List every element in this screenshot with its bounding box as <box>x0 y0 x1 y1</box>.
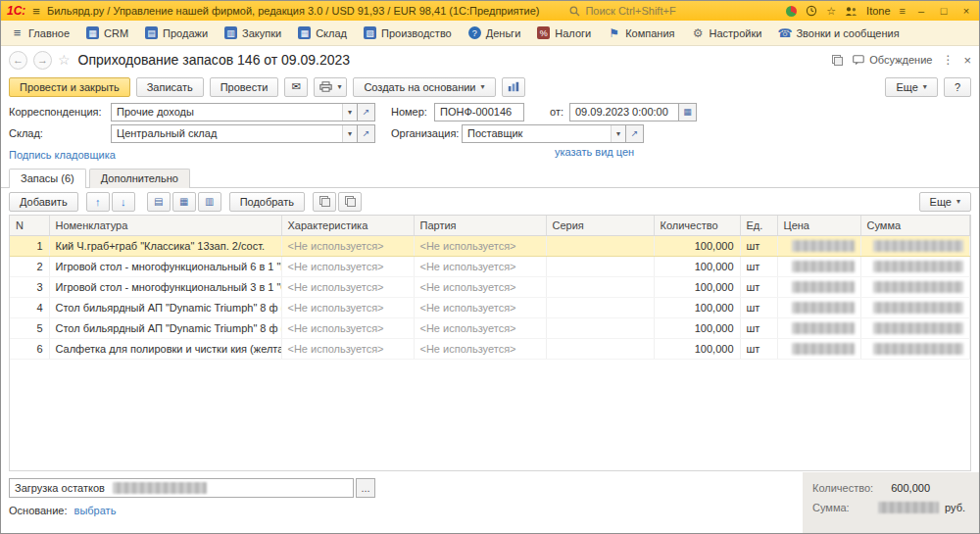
cell-sum[interactable] <box>860 338 970 359</box>
table-row[interactable]: 3 Игровой стол - многофункциональный 3 в… <box>10 276 970 297</box>
table-row[interactable]: 5 Стол бильярдный АП "Dynamic Triumph" 8… <box>10 317 970 338</box>
browse-button[interactable]: ... <box>356 478 375 498</box>
reports-button[interactable] <box>502 77 525 97</box>
storekeeper-signature-link[interactable]: Подпись кладовщика <box>9 149 116 161</box>
chevron-down-icon[interactable]: ▾ <box>611 125 625 142</box>
calendar-icon[interactable]: ▦ <box>679 103 697 121</box>
number-field[interactable]: ПОНФ-000146 <box>434 103 524 121</box>
cell-item[interactable]: Кий Ч.граб+граб "Классика" 13зап. 2/сост… <box>49 235 281 256</box>
current-user-label[interactable]: Itone <box>866 5 890 17</box>
more-actions-icon[interactable]: ⋮ <box>942 53 954 67</box>
cell-characteristic[interactable]: <Не используется> <box>281 297 414 317</box>
cell-item[interactable]: Игровой стол - многофункциональный 3 в 1… <box>49 276 281 297</box>
menu-item-production[interactable]: ▧Производство <box>364 26 452 39</box>
cell-batch[interactable]: <Не используется> <box>414 297 546 317</box>
cell-quantity[interactable]: 100,000 <box>654 276 740 297</box>
paste-rows-button[interactable] <box>338 192 362 212</box>
copy-link-icon[interactable] <box>832 55 843 66</box>
favorites-star-icon[interactable]: ☆ <box>826 6 836 17</box>
forward-button[interactable]: → <box>33 51 52 70</box>
pick-items-button[interactable]: Подобрать <box>229 192 305 212</box>
cell-characteristic[interactable]: <Не используется> <box>281 338 414 359</box>
col-nomenclature[interactable]: Номенклатура <box>49 216 281 235</box>
cell-unit[interactable]: шт <box>740 338 777 359</box>
cell-unit[interactable]: шт <box>740 317 777 338</box>
cell-price[interactable] <box>777 256 860 276</box>
cell-price[interactable] <box>777 297 860 317</box>
user-sessions-icon[interactable] <box>845 6 858 17</box>
col-quantity[interactable]: Количество <box>654 216 740 235</box>
col-sum[interactable]: Сумма <box>860 216 970 235</box>
cell-unit[interactable]: шт <box>740 256 777 276</box>
table-row[interactable]: 2 Игровой стол - многофункциональный 6 в… <box>10 256 970 276</box>
load-remainders-field[interactable]: Загрузка остатков <box>9 478 354 498</box>
cell-characteristic[interactable]: <Не используется> <box>281 276 414 297</box>
user-menu-icon[interactable]: ≡ <box>900 6 906 17</box>
history-clock-icon[interactable] <box>806 5 817 17</box>
open-warehouse-button[interactable]: ↗ <box>358 124 375 143</box>
post-and-close-button[interactable]: Провести и закрыть <box>9 77 130 97</box>
cell-sum[interactable] <box>860 297 970 317</box>
copy-rows-button[interactable] <box>313 192 336 212</box>
cell-series[interactable] <box>546 338 654 359</box>
menu-item-warehouse[interactable]: ▦Склад <box>298 26 347 39</box>
cell-series[interactable] <box>546 276 654 297</box>
help-button[interactable]: ? <box>944 77 971 97</box>
main-menu-icon[interactable]: ≡ <box>32 5 40 18</box>
cell-series[interactable] <box>546 235 654 256</box>
post-button[interactable]: Провести <box>210 77 279 97</box>
fill-button-3[interactable]: ▥ <box>198 192 221 212</box>
cell-item[interactable]: Стол бильярдный АП "Dynamic Triumph" 8 ф… <box>49 317 281 338</box>
minimize-button[interactable]: – <box>914 5 928 17</box>
menu-item-calls[interactable]: ☎Звонки и сообщения <box>778 26 899 39</box>
cell-characteristic[interactable]: <Не используется> <box>281 317 414 338</box>
global-search-input[interactable]: Поиск Ctrl+Shift+F <box>569 5 756 17</box>
cell-item[interactable]: Стол бильярдный АП "Dynamic Triumph" 8 ф… <box>49 297 281 317</box>
close-window-button[interactable]: × <box>959 5 973 17</box>
fill-button-2[interactable]: ▦ <box>172 192 196 212</box>
cell-price[interactable] <box>777 338 860 359</box>
warehouse-field[interactable]: Центральный склад ▾ <box>111 124 358 143</box>
cell-sum[interactable] <box>860 276 970 297</box>
tab-inventory[interactable]: Запасы (6) <box>9 169 86 188</box>
col-n[interactable]: N <box>10 216 49 235</box>
menu-item-crm[interactable]: ▦CRM <box>86 26 128 39</box>
move-down-button[interactable]: ↓ <box>112 192 135 212</box>
move-up-button[interactable]: ↑ <box>86 192 110 212</box>
cell-unit[interactable]: шт <box>740 276 777 297</box>
create-on-basis-button[interactable]: Создать на основании▾ <box>353 77 495 97</box>
date-field[interactable]: 09.09.2023 0:00:00 <box>569 103 679 121</box>
cell-characteristic[interactable]: <Не используется> <box>281 256 414 276</box>
correspondence-field[interactable]: Прочие доходы ▾ <box>111 103 358 121</box>
col-price[interactable]: Цена <box>777 216 860 235</box>
chevron-down-icon[interactable]: ▾ <box>342 125 357 142</box>
menu-item-taxes[interactable]: %Налоги <box>537 26 591 39</box>
col-series[interactable]: Серия <box>546 216 654 235</box>
more-button[interactable]: Еще▾ <box>885 77 937 97</box>
list-more-button[interactable]: Еще▾ <box>919 192 971 212</box>
menu-item-company[interactable]: ⚑Компания <box>608 26 674 39</box>
tab-additional[interactable]: Дополнительно <box>89 169 190 188</box>
menu-item-settings[interactable]: ⚙Настройки <box>692 26 762 39</box>
cell-batch[interactable]: <Не используется> <box>414 338 546 359</box>
close-document-icon[interactable]: × <box>963 53 971 68</box>
cell-item[interactable]: Игровой стол - многофункциональный 6 в 1… <box>49 256 281 276</box>
favorite-toggle-icon[interactable]: ☆ <box>58 52 71 68</box>
cell-batch[interactable]: <Не используется> <box>414 317 546 338</box>
menu-item-purchases[interactable]: ▥Закупки <box>224 26 281 39</box>
chevron-down-icon[interactable]: ▾ <box>342 104 357 121</box>
cell-price[interactable] <box>777 317 860 338</box>
back-button[interactable]: ← <box>9 51 27 70</box>
discussion-button[interactable]: Обсуждение <box>853 54 932 66</box>
cell-series[interactable] <box>546 256 654 276</box>
table-row[interactable]: 1 Кий Ч.граб+граб "Классика" 13зап. 2/со… <box>10 235 970 256</box>
basis-select-link[interactable]: выбрать <box>74 505 117 516</box>
add-row-button[interactable]: Добавить <box>9 192 78 212</box>
cell-unit[interactable]: шт <box>740 235 777 256</box>
write-button[interactable]: Записать <box>136 77 204 97</box>
col-characteristic[interactable]: Характеристика <box>281 216 414 235</box>
cell-quantity[interactable]: 100,000 <box>654 317 740 338</box>
cell-series[interactable] <box>546 297 654 317</box>
cell-sum[interactable] <box>860 235 970 256</box>
cell-quantity[interactable]: 100,000 <box>654 297 740 317</box>
